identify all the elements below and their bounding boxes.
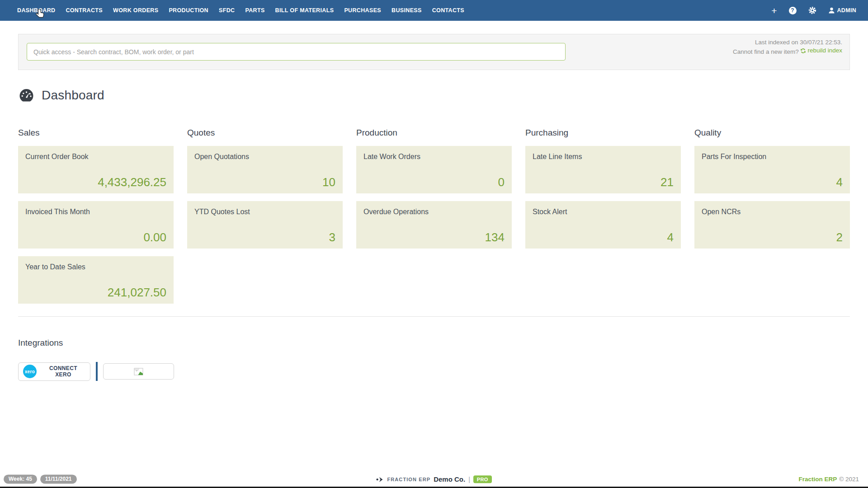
metric-card-overdue-operations[interactable]: Overdue Operations 134 <box>356 201 512 249</box>
nav-item-parts[interactable]: PARTS <box>245 7 264 14</box>
metric-value: 10 <box>322 175 335 189</box>
footer: Week: 45 11/11/2021 FRACTION ERP Demo Co… <box>0 472 868 488</box>
nav-item-production[interactable]: PRODUCTION <box>169 7 208 14</box>
metric-card-current-order-book[interactable]: Current Order Book 4,433,296.25 <box>18 146 174 193</box>
metric-card-stock-alert[interactable]: Stock Alert 4 <box>525 201 681 249</box>
metric-label: Late Line Items <box>533 153 674 161</box>
metric-card-open-ncrs[interactable]: Open NCRs 2 <box>694 201 850 249</box>
nav-item-work-orders[interactable]: WORK ORDERS <box>113 7 158 14</box>
refresh-icon <box>800 48 806 54</box>
user-label: ADMIN <box>837 7 856 14</box>
last-indexed-text: Last indexed on 30/07/21 22:53. <box>733 38 842 47</box>
metric-label: Invoiced This Month <box>25 208 166 216</box>
metric-card-invoiced-this-month[interactable]: Invoiced This Month 0.00 <box>18 201 174 249</box>
dashboard-column-purchasing: Purchasing Late Line Items 21 Stock Aler… <box>525 128 681 311</box>
integrations-row: xero CONNECT XERO <box>18 362 174 381</box>
help-glyph: ? <box>789 7 797 14</box>
rebuild-prompt-text: Cannot find a new item? <box>733 48 799 55</box>
column-title: Sales <box>18 128 174 138</box>
integration-divider <box>96 362 98 381</box>
metric-card-parts-for-inspection[interactable]: Parts For Inspection 4 <box>694 146 850 193</box>
quick-access-panel: Last indexed on 30/07/21 22:53. Cannot f… <box>18 34 850 70</box>
nav-item-dashboard[interactable]: DASHBOARD <box>17 7 55 14</box>
metric-value: 4 <box>667 230 674 244</box>
metric-card-late-line-items[interactable]: Late Line Items 21 <box>525 146 681 193</box>
top-navbar: DASHBOARD CONTRACTS WORK ORDERS PRODUCTI… <box>0 0 868 21</box>
metric-card-late-work-orders[interactable]: Late Work Orders 0 <box>356 146 512 193</box>
metric-label: Overdue Operations <box>363 208 505 216</box>
rebuild-index-link[interactable]: rebuild index <box>800 47 842 55</box>
dashboard-column-sales: Sales Current Order Book 4,433,296.25 In… <box>18 128 174 311</box>
footer-separator: | <box>468 476 470 483</box>
settings-gear-icon[interactable] <box>808 6 816 14</box>
user-icon <box>828 7 835 14</box>
dashboard-gauge-icon <box>18 89 35 103</box>
user-menu[interactable]: ADMIN <box>828 7 856 14</box>
nav-item-purchases[interactable]: PURCHASES <box>344 7 381 14</box>
column-title: Purchasing <box>525 128 681 138</box>
nav-item-contacts[interactable]: CONTACTS <box>432 7 464 14</box>
copyright-text: © 2021 <box>839 476 859 483</box>
add-icon[interactable]: + <box>771 6 777 15</box>
metric-label: Late Work Orders <box>363 153 505 161</box>
metric-label: Parts For Inspection <box>702 153 843 161</box>
broken-image-icon <box>134 368 143 375</box>
dashboard-column-quality: Quality Parts For Inspection 4 Open NCRs… <box>694 128 850 311</box>
metric-label: YTD Quotes Lost <box>194 208 335 216</box>
metric-label: Open NCRs <box>702 208 843 216</box>
metric-value: 4,433,296.25 <box>98 175 166 189</box>
section-divider <box>18 316 850 317</box>
metric-label: Stock Alert <box>533 208 674 216</box>
metric-value: 2 <box>836 230 843 244</box>
metric-value: 4 <box>836 175 843 189</box>
metric-card-ytd-quotes-lost[interactable]: YTD Quotes Lost 3 <box>187 201 343 249</box>
brand-small-label: FRACTION ERP <box>387 477 430 482</box>
index-info: Last indexed on 30/07/21 22:53. Cannot f… <box>733 38 842 56</box>
quick-access-search-input[interactable] <box>27 43 566 61</box>
footer-center: FRACTION ERP Demo Co. | PRO <box>0 475 868 483</box>
xero-logo-icon: xero <box>23 365 37 378</box>
column-title: Production <box>356 128 512 138</box>
metric-card-year-to-date-sales[interactable]: Year to Date Sales 241,027.50 <box>18 256 174 304</box>
copyright-brand: Fraction ERP <box>799 476 837 483</box>
nav-item-bill-of-materials[interactable]: BILL OF MATERIALS <box>275 7 334 14</box>
dashboard-column-quotes: Quotes Open Quotations 10 YTD Quotes Los… <box>187 128 343 311</box>
page-header: Dashboard <box>18 88 104 103</box>
nav-item-contracts[interactable]: CONTRACTS <box>66 7 103 14</box>
metric-value: 3 <box>329 230 335 244</box>
dashboard-column-production: Production Late Work Orders 0 Overdue Op… <box>356 128 512 311</box>
metric-value: 21 <box>660 175 674 189</box>
metric-value: 0 <box>498 175 505 189</box>
integration-button-unloaded[interactable] <box>103 363 174 380</box>
page-title: Dashboard <box>42 88 104 103</box>
footer-right: Fraction ERP © 2021 <box>799 476 859 483</box>
column-title: Quality <box>694 128 850 138</box>
pro-badge: PRO <box>473 475 492 483</box>
metric-label: Open Quotations <box>194 153 335 161</box>
company-name: Demo Co. <box>434 475 465 483</box>
dashboard-grid: Sales Current Order Book 4,433,296.25 In… <box>18 128 850 311</box>
help-icon[interactable]: ? <box>789 7 797 14</box>
nav-item-business[interactable]: BUSINESS <box>392 7 422 14</box>
nav-item-sfdc[interactable]: SFDC <box>219 7 235 14</box>
connect-xero-label: CONNECT XERO <box>41 365 85 378</box>
fraction-erp-logo-icon <box>376 476 384 483</box>
metric-label: Current Order Book <box>25 153 166 161</box>
connect-xero-button[interactable]: xero CONNECT XERO <box>18 362 90 381</box>
integrations-title: Integrations <box>18 338 63 348</box>
main-menu: DASHBOARD CONTRACTS WORK ORDERS PRODUCTI… <box>17 7 464 14</box>
column-title: Quotes <box>187 128 343 138</box>
metric-value: 241,027.50 <box>108 286 166 300</box>
metric-card-open-quotations[interactable]: Open Quotations 10 <box>187 146 343 193</box>
metric-label: Year to Date Sales <box>25 263 166 271</box>
metric-value: 134 <box>485 230 505 244</box>
metric-value: 0.00 <box>143 230 166 244</box>
